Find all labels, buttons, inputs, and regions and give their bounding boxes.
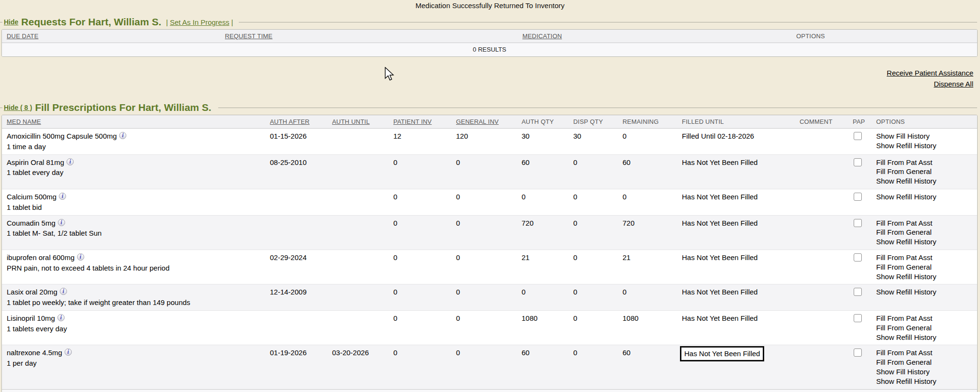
auth-qty-cell: 0 — [517, 284, 568, 310]
pap-checkbox[interactable] — [854, 193, 862, 201]
option-link[interactable]: Show Refill History — [876, 272, 975, 282]
filled-until-text: Has Not Yet Been Filled — [682, 158, 757, 167]
option-link[interactable]: Fill From Pat Asst — [876, 314, 975, 323]
pap-checkbox[interactable] — [854, 288, 862, 296]
patient-inv-cell: 0 — [389, 189, 451, 215]
option-link[interactable]: Show Refill History — [876, 141, 975, 151]
filled-until-cell: Has Not Yet Been Filled — [677, 216, 795, 250]
med-name: Lisinopril 10mg — [7, 314, 55, 322]
option-link[interactable]: Fill From Pat Asst — [876, 218, 975, 228]
med-name: ibuprofen oral 600mg — [7, 253, 75, 261]
filled-until-cell: Has Not Yet Been Filled — [677, 250, 795, 284]
options-cell: Fill From Pat AsstFill From GeneralShow … — [871, 345, 977, 389]
option-link[interactable]: Fill From General — [876, 167, 975, 176]
remaining-cell: 0 — [618, 284, 677, 310]
option-link[interactable]: Show Refill History — [876, 333, 975, 342]
column-header-med-name[interactable]: MED NAME — [2, 115, 265, 128]
column-header-options: OPTIONS — [641, 30, 977, 43]
column-header-auth-after[interactable]: AUTH AFTER — [265, 115, 327, 128]
general-inv-cell: 0 — [451, 250, 517, 284]
options-cell: Fill From Pat AsstFill From GeneralShow … — [871, 311, 977, 345]
receive-patient-assistance-link[interactable]: Receive Patient Assistance — [887, 69, 973, 77]
remaining-cell: 1080 — [618, 311, 677, 345]
option-link[interactable]: Show Refill History — [876, 192, 975, 202]
prescription-row: Calcium 500mgi 1 tablet bid 0 0 0 0 0 Ha… — [2, 189, 977, 216]
fill-prescriptions-section: Hide ( 8 ) Fill Prescriptions For Hart, … — [0, 102, 980, 392]
auth-until-cell — [327, 284, 389, 310]
info-icon[interactable]: i — [119, 132, 126, 139]
set-as-in-progress-link[interactable]: Set As In Progress — [170, 18, 229, 26]
pipe-separator: | — [166, 18, 168, 26]
pap-checkbox[interactable] — [854, 314, 862, 322]
info-icon[interactable]: i — [59, 193, 66, 200]
column-header-request-time[interactable]: REQUEST TIME — [220, 30, 440, 43]
option-link[interactable]: Show Refill History — [876, 377, 975, 386]
column-header-patient-inv[interactable]: PATIENT INV — [389, 115, 451, 128]
disp-qty-cell: 0 — [568, 216, 618, 250]
page: Medication Successfully Returned To Inve… — [0, 0, 980, 392]
general-inv-cell: 0 — [451, 216, 517, 250]
auth-after-cell: 12-14-2009 — [265, 284, 327, 310]
option-link[interactable]: Fill From General — [876, 358, 975, 367]
med-sig: 1 time a day — [7, 142, 263, 152]
info-icon[interactable]: i — [58, 219, 65, 226]
remaining-cell: 60 — [618, 155, 677, 189]
dispense-all-link[interactable]: Dispense All — [934, 80, 973, 88]
patient-inv-cell: 12 — [389, 129, 451, 154]
pap-checkbox[interactable] — [854, 253, 862, 261]
option-link[interactable]: Fill From General — [876, 323, 975, 333]
med-name: Aspirin Oral 81mg — [7, 158, 64, 166]
filled-until-text: Has Not Yet Been Filled — [682, 253, 757, 262]
options-cell: Fill From Pat AsstFill From GeneralShow … — [871, 155, 977, 189]
auth-until-cell — [327, 216, 389, 250]
option-link[interactable]: Show Refill History — [876, 287, 975, 297]
pap-checkbox[interactable] — [854, 132, 862, 140]
column-header-comment: COMMENT — [795, 115, 848, 128]
pap-checkbox[interactable] — [854, 219, 862, 227]
general-inv-cell: 0 — [451, 189, 517, 215]
column-header-auth-until[interactable]: AUTH UNTIL — [327, 115, 389, 128]
disp-qty-cell: 0 — [568, 345, 618, 389]
fill-table: MED NAME AUTH AFTER AUTH UNTIL PATIENT I… — [1, 115, 978, 392]
requests-table-header: DUE DATE REQUEST TIME MEDICATION OPTIONS — [2, 30, 977, 43]
comment-cell — [795, 284, 848, 310]
column-header-medication[interactable]: MEDICATION — [440, 30, 641, 43]
med-name: Lasix oral 20mg — [7, 288, 57, 296]
patient-inv-cell: 0 — [389, 345, 451, 389]
fieldset-border-stub — [0, 108, 2, 108]
option-link[interactable]: Fill From Pat Asst — [876, 253, 975, 262]
option-link[interactable]: Fill From Pat Asst — [876, 158, 975, 167]
remaining-cell: 60 — [618, 345, 677, 389]
option-link[interactable]: Fill From Pat Asst — [876, 348, 975, 358]
comment-cell — [795, 155, 848, 189]
column-header-options: OPTIONS — [871, 115, 977, 128]
patient-inv-cell: 0 — [389, 311, 451, 345]
filled-until-cell: Has Not Yet Been Filled — [677, 155, 795, 189]
auth-qty-cell: 60 — [517, 345, 568, 389]
info-icon[interactable]: i — [77, 253, 84, 261]
remaining-cell: 720 — [618, 216, 677, 250]
option-link[interactable]: Show Refill History — [876, 237, 975, 247]
prescription-row: Aspirin Oral 81mgi 1 tablet every day 08… — [2, 155, 977, 189]
auth-until-cell — [327, 311, 389, 345]
info-icon[interactable]: i — [67, 158, 74, 165]
column-header-due-date[interactable]: DUE DATE — [2, 30, 220, 43]
pap-checkbox[interactable] — [854, 158, 862, 166]
hide-fill-link[interactable]: Hide ( 8 ) — [4, 104, 32, 111]
info-icon[interactable]: i — [65, 348, 72, 356]
status-message: Medication Successfully Returned To Inve… — [0, 0, 980, 10]
option-link[interactable]: Fill From General — [876, 262, 975, 272]
hide-requests-link[interactable]: Hide — [4, 18, 18, 26]
option-link[interactable]: Show Fill History — [876, 367, 975, 377]
info-icon[interactable]: i — [57, 314, 65, 321]
option-link[interactable]: Fill From General — [876, 228, 975, 237]
option-link[interactable]: Show Refill History — [876, 176, 975, 186]
filled-until-cell: Has Not Yet Been Filled — [677, 189, 795, 215]
med-name-cell: Coumadin 5mgi 1 tablet M- Sat, 1/2 table… — [2, 216, 265, 250]
med-sig: 1 tablet every day — [7, 168, 263, 177]
option-link[interactable]: Show Fill History — [876, 131, 975, 141]
pap-checkbox[interactable] — [854, 348, 862, 357]
column-header-general-inv[interactable]: GENERAL INV — [451, 115, 517, 128]
info-icon[interactable]: i — [60, 288, 67, 295]
displaying-count: DISPLAYING 1-8 / 8 — [2, 389, 977, 392]
